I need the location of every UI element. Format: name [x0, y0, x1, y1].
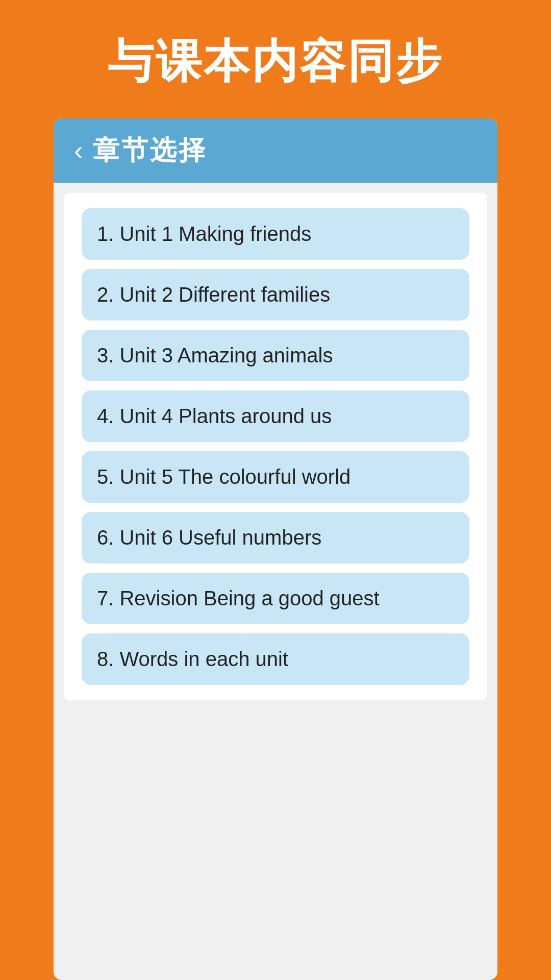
chapter-item-label-5: 5. Unit 5 The colourful world	[97, 465, 350, 488]
chapter-item-label-8: 8. Words in each unit	[97, 648, 288, 670]
chapter-item-1[interactable]: 1. Unit 1 Making friends	[82, 208, 469, 260]
chapter-item-6[interactable]: 6. Unit 6 Useful numbers	[82, 512, 469, 564]
chapter-item-label-3: 3. Unit 3 Amazing animals	[97, 344, 333, 366]
page-title: 与课本内容同步	[108, 31, 443, 93]
chapter-item-7[interactable]: 7. Revision Being a good guest	[82, 573, 469, 624]
chapter-item-3[interactable]: 3. Unit 3 Amazing animals	[82, 330, 469, 381]
chapter-item-5[interactable]: 5. Unit 5 The colourful world	[82, 451, 469, 503]
chapter-item-label-7: 7. Revision Being a good guest	[97, 587, 380, 609]
card-header: ‹ 章节选择	[54, 118, 497, 183]
chapter-item-label-1: 1. Unit 1 Making friends	[97, 223, 311, 245]
chapter-item-label-4: 4. Unit 4 Plants around us	[97, 405, 332, 427]
chapter-item-label-2: 2. Unit 2 Different families	[97, 283, 330, 306]
chapter-item-4[interactable]: 4. Unit 4 Plants around us	[82, 390, 469, 442]
chapter-item-label-6: 6. Unit 6 Useful numbers	[97, 526, 321, 549]
chapter-list: 1. Unit 1 Making friends2. Unit 2 Differ…	[64, 193, 487, 700]
chapter-card: ‹ 章节选择 1. Unit 1 Making friends2. Unit 2…	[54, 118, 497, 980]
card-header-title: 章节选择	[93, 133, 207, 168]
chapter-item-2[interactable]: 2. Unit 2 Different families	[82, 269, 469, 321]
chapter-item-8[interactable]: 8. Words in each unit	[82, 633, 469, 685]
back-button[interactable]: ‹	[74, 137, 83, 164]
